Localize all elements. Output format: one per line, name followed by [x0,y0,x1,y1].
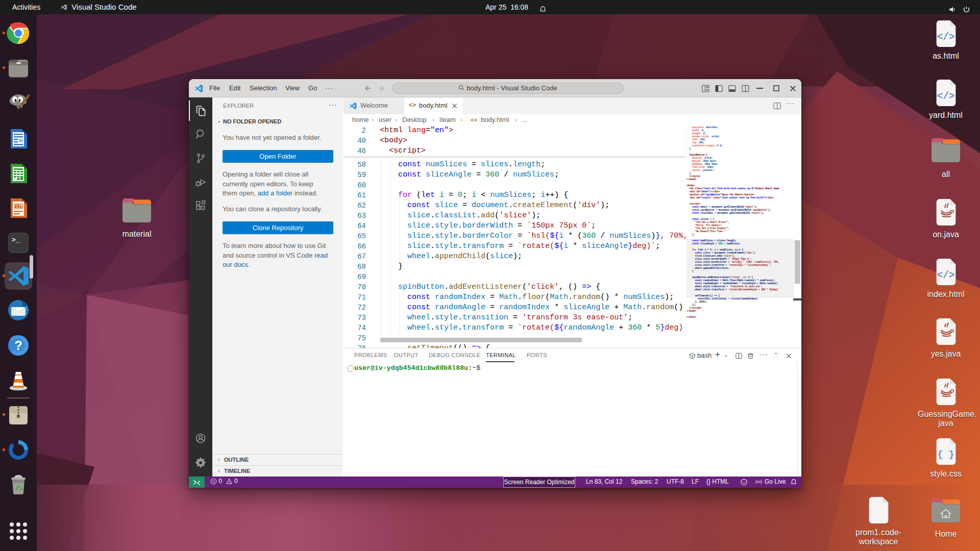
svg-text:?: ? [14,338,22,353]
svg-text:>_: >_ [12,236,20,244]
